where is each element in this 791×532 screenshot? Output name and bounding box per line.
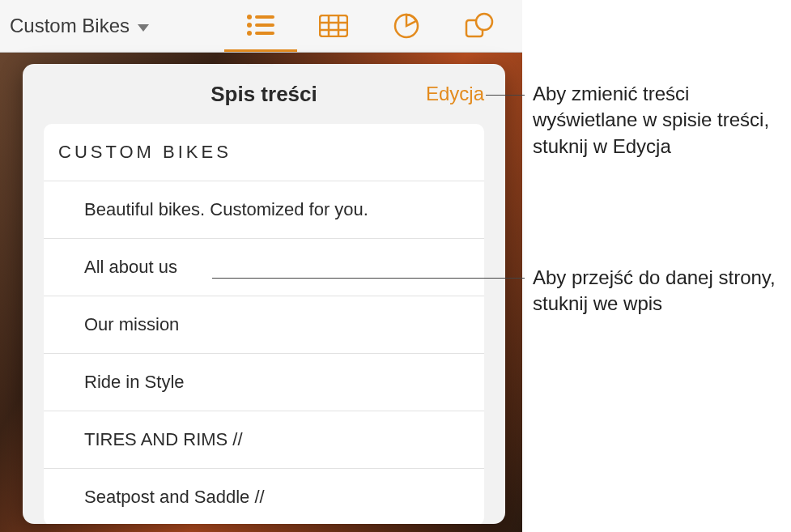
popover-title: Spis treści <box>211 82 317 107</box>
toc-item-label: Our mission <box>84 314 179 334</box>
toc-item[interactable]: Seatpost and Saddle // <box>44 469 484 524</box>
toc-item-label: TIRES AND RIMS // <box>84 429 243 449</box>
toolbar-buttons <box>224 0 522 52</box>
document-title-dropdown[interactable]: Custom Bikes <box>0 15 149 37</box>
toc-list: CUSTOM BIKESBeautiful bikes. Customized … <box>44 124 484 524</box>
toc-item-label: Ride in Style <box>84 372 185 392</box>
table-button[interactable] <box>297 0 370 52</box>
toc-item[interactable]: TIRES AND RIMS // <box>44 411 484 469</box>
svg-point-13 <box>476 14 492 30</box>
toc-item[interactable]: All about us <box>44 239 484 296</box>
svg-rect-1 <box>255 15 274 19</box>
toc-popover: Spis treści Edycja CUSTOM BIKESBeautiful… <box>23 64 505 524</box>
svg-point-2 <box>247 23 252 28</box>
document-title: Custom Bikes <box>10 15 130 37</box>
callout-line <box>212 278 525 279</box>
svg-rect-5 <box>255 32 274 35</box>
chevron-down-icon <box>138 24 149 32</box>
shape-button[interactable] <box>443 0 516 52</box>
toc-item-label: All about us <box>84 257 177 277</box>
toc-item-label: CUSTOM BIKES <box>58 142 232 162</box>
callouts-area: Aby zmienić treści wyświetlane w spisie … <box>533 0 790 532</box>
svg-rect-3 <box>255 23 274 27</box>
svg-point-4 <box>247 31 252 36</box>
callout-line <box>486 95 525 96</box>
svg-point-0 <box>247 15 252 19</box>
shapes-icon <box>464 12 495 40</box>
edit-button[interactable]: Edycja <box>426 83 484 105</box>
popover-header: Spis treści Edycja <box>23 64 505 124</box>
toc-item[interactable]: Ride in Style <box>44 354 484 411</box>
toc-view-button[interactable] <box>224 0 297 52</box>
chart-button[interactable] <box>370 0 443 52</box>
toc-item-label: Beautiful bikes. Customized for you. <box>84 199 368 219</box>
callout-text: Aby przejść do danej strony, stuknij we … <box>533 265 791 317</box>
callout-text: Aby zmienić treści wyświetlane w spisie … <box>533 81 791 160</box>
list-icon <box>245 13 276 37</box>
toc-item-label: Seatpost and Saddle // <box>84 487 265 507</box>
toc-item[interactable]: Our mission <box>44 296 484 354</box>
toc-item[interactable]: CUSTOM BIKES <box>44 124 484 181</box>
toc-item[interactable]: Beautiful bikes. Customized for you. <box>44 181 484 239</box>
pie-chart-icon <box>393 12 420 40</box>
svg-rect-6 <box>320 15 347 36</box>
table-icon <box>319 15 348 37</box>
toolbar: Custom Bikes <box>0 0 522 53</box>
